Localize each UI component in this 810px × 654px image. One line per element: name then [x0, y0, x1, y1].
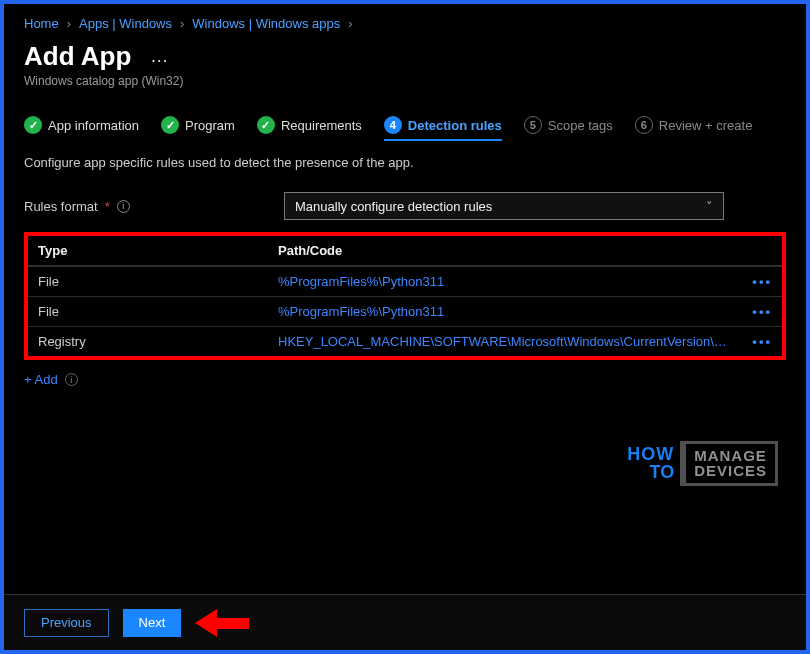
step-number-icon: 5: [524, 116, 542, 134]
chevron-down-icon: ˅: [706, 199, 713, 214]
page-title: Add App: [24, 41, 131, 72]
cell-path[interactable]: %ProgramFiles%\Python311: [278, 304, 736, 319]
rules-format-select[interactable]: Manually configure detection rules ˅: [284, 192, 724, 220]
add-rule-label: + Add: [24, 372, 58, 387]
info-icon[interactable]: i: [65, 373, 78, 386]
watermark-text: HOW: [627, 445, 674, 463]
watermark-text: MANAGE: [694, 448, 767, 464]
breadcrumb-item-apps-windows[interactable]: Apps | Windows: [79, 16, 172, 31]
step-label: Scope tags: [548, 118, 613, 133]
cell-type: File: [38, 304, 278, 319]
required-indicator: *: [105, 199, 110, 214]
step-label: Detection rules: [408, 118, 502, 133]
previous-button[interactable]: Previous: [24, 609, 109, 637]
next-button[interactable]: Next: [123, 609, 182, 637]
wizard-stepper: ✓ App information ✓ Program ✓ Requiremen…: [24, 116, 786, 141]
step-program[interactable]: ✓ Program: [161, 116, 235, 141]
row-context-menu-button[interactable]: •••: [736, 304, 772, 319]
watermark-text: TO: [627, 463, 674, 481]
watermark-text: DEVICES: [694, 463, 767, 479]
chevron-right-icon: ›: [348, 16, 352, 31]
table-row: File %ProgramFiles%\Python311 •••: [28, 296, 782, 326]
row-context-menu-button[interactable]: •••: [736, 274, 772, 289]
breadcrumb-item-home[interactable]: Home: [24, 16, 59, 31]
step-detection-rules[interactable]: 4 Detection rules: [384, 116, 502, 141]
watermark-logo: HOW TO MANAGE DEVICES: [627, 441, 778, 487]
cell-path[interactable]: HKEY_LOCAL_MACHINE\SOFTWARE\Microsoft\Wi…: [278, 334, 736, 349]
column-header-type: Type: [38, 243, 278, 258]
step-label: Review + create: [659, 118, 753, 133]
info-icon[interactable]: i: [117, 200, 130, 213]
add-rule-link[interactable]: + Add i: [24, 372, 78, 387]
cell-type: File: [38, 274, 278, 289]
column-header-path: Path/Code: [278, 243, 736, 258]
more-menu-button[interactable]: …: [147, 46, 171, 67]
step-review-create[interactable]: 6 Review + create: [635, 116, 753, 141]
annotation-arrow-icon: [195, 609, 249, 637]
chevron-right-icon: ›: [180, 16, 184, 31]
rules-format-row: Rules format * i Manually configure dete…: [24, 192, 786, 220]
chevron-right-icon: ›: [67, 16, 71, 31]
step-scope-tags[interactable]: 5 Scope tags: [524, 116, 613, 141]
select-value: Manually configure detection rules: [295, 199, 492, 214]
step-app-information[interactable]: ✓ App information: [24, 116, 139, 141]
page-subtitle: Windows catalog app (Win32): [24, 74, 786, 88]
step-requirements[interactable]: ✓ Requirements: [257, 116, 362, 141]
step-number-icon: 6: [635, 116, 653, 134]
rules-format-label: Rules format: [24, 199, 98, 214]
check-icon: ✓: [161, 116, 179, 134]
help-text: Configure app specific rules used to det…: [24, 155, 786, 170]
step-label: App information: [48, 118, 139, 133]
check-icon: ✓: [257, 116, 275, 134]
table-row: File %ProgramFiles%\Python311 •••: [28, 266, 782, 296]
table-header: Type Path/Code: [28, 236, 782, 266]
step-label: Requirements: [281, 118, 362, 133]
table-row: Registry HKEY_LOCAL_MACHINE\SOFTWARE\Mic…: [28, 326, 782, 356]
breadcrumb: Home › Apps | Windows › Windows | Window…: [24, 16, 786, 31]
check-icon: ✓: [24, 116, 42, 134]
wizard-footer: Previous Next: [4, 594, 806, 650]
cell-type: Registry: [38, 334, 278, 349]
row-context-menu-button[interactable]: •••: [736, 334, 772, 349]
cell-path[interactable]: %ProgramFiles%\Python311: [278, 274, 736, 289]
detection-rules-table: Type Path/Code File %ProgramFiles%\Pytho…: [24, 232, 786, 360]
step-label: Program: [185, 118, 235, 133]
step-number-icon: 4: [384, 116, 402, 134]
breadcrumb-item-windows-apps[interactable]: Windows | Windows apps: [192, 16, 340, 31]
